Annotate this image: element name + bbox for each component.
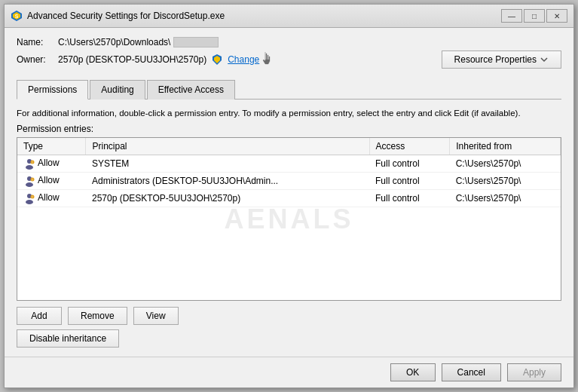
disable-inheritance-button[interactable]: Disable inheritance bbox=[17, 329, 119, 348]
col-header-principal: Principal bbox=[86, 138, 369, 155]
title-bar-left: S Advanced Security Settings for Discord… bbox=[11, 10, 225, 22]
cell-type: ! Allow bbox=[17, 190, 86, 207]
cell-access: Full control bbox=[369, 190, 450, 207]
close-button[interactable]: ✕ bbox=[546, 9, 567, 23]
maximize-button[interactable]: □ bbox=[524, 9, 545, 23]
add-button[interactable]: Add bbox=[17, 307, 62, 325]
title-buttons: — □ ✕ bbox=[501, 9, 567, 23]
remove-button[interactable]: Remove bbox=[68, 307, 127, 325]
tabs-row: Permissions Auditing Effective Access bbox=[17, 79, 561, 100]
change-link[interactable]: Change bbox=[228, 54, 259, 65]
tab-effective-access[interactable]: Effective Access bbox=[147, 80, 235, 100]
permission-table: Type Principal Access Inherited from ! A… bbox=[17, 138, 561, 207]
cell-type: ! Allow bbox=[17, 155, 86, 173]
view-button[interactable]: View bbox=[133, 307, 179, 325]
watermark: AENALS bbox=[224, 204, 353, 235]
name-label: Name: bbox=[17, 37, 58, 47]
ok-button[interactable]: OK bbox=[390, 363, 436, 381]
action-buttons: Add Remove View bbox=[17, 307, 561, 325]
tab-auditing[interactable]: Auditing bbox=[90, 80, 145, 100]
cell-principal: SYSTEM bbox=[86, 155, 369, 173]
svg-text:S: S bbox=[15, 14, 19, 19]
cell-inherited: C:\Users\2570p\ bbox=[450, 155, 561, 173]
svg-point-10 bbox=[26, 182, 33, 187]
table-row[interactable]: ! AllowAdministrators (DESKTOP-5UU3JOH\A… bbox=[17, 173, 561, 190]
title-bar: S Advanced Security Settings for Discord… bbox=[5, 5, 573, 28]
description-text: For additional information, double-click… bbox=[17, 107, 561, 119]
owner-value: 2570p (DESKTOP-5UU3JOH\2570p) bbox=[58, 54, 206, 65]
cell-type: ! Allow bbox=[17, 173, 86, 190]
svg-text:!: ! bbox=[32, 161, 32, 164]
cancel-button[interactable]: Cancel bbox=[442, 363, 501, 381]
col-header-type: Type bbox=[17, 138, 86, 155]
cell-inherited: C:\Users\2570p\ bbox=[450, 190, 561, 207]
resource-properties-button[interactable]: Resource Properties bbox=[442, 51, 561, 69]
cursor-icon bbox=[261, 52, 273, 67]
tab-permissions[interactable]: Permissions bbox=[17, 80, 88, 100]
window-icon: S bbox=[11, 10, 23, 22]
svg-point-14 bbox=[26, 200, 33, 204]
user-icon: ! bbox=[23, 175, 35, 187]
cell-principal: Administrators (DESKTOP-5UU3JOH\Admin... bbox=[86, 173, 369, 190]
col-header-access: Access bbox=[369, 138, 450, 155]
owner-row: Owner: 2570p (DESKTOP-5UU3JOH\2570p) Cha… bbox=[17, 51, 561, 69]
col-header-inherited: Inherited from bbox=[450, 138, 561, 155]
content-area: Name: C:\Users\2570p\Downloads\ Owner: 2… bbox=[5, 28, 573, 357]
name-redacted bbox=[173, 37, 219, 47]
cell-principal: 2570p (DESKTOP-5UU3JOH\2570p) bbox=[86, 190, 369, 207]
shield-icon bbox=[211, 54, 223, 66]
table-row[interactable]: ! Allow2570p (DESKTOP-5UU3JOH\2570p)Full… bbox=[17, 190, 561, 207]
cell-inherited: C:\Users\2570p\ bbox=[450, 173, 561, 190]
inheritance-row: Disable inheritance bbox=[17, 329, 561, 348]
perm-entries-label: Permission entries: bbox=[17, 124, 561, 134]
resource-properties-section: Resource Properties bbox=[442, 51, 561, 69]
apply-button[interactable]: Apply bbox=[507, 363, 561, 381]
svg-text:!: ! bbox=[32, 195, 32, 199]
name-value: C:\Users\2570p\Downloads\ bbox=[58, 37, 170, 47]
owner-label: Owner: bbox=[17, 54, 58, 65]
cell-access: Full control bbox=[369, 173, 450, 190]
footer: OK Cancel Apply bbox=[5, 357, 573, 387]
user-icon: ! bbox=[23, 158, 35, 170]
cell-access: Full control bbox=[369, 155, 450, 173]
main-window: S Advanced Security Settings for Discord… bbox=[4, 4, 574, 388]
minimize-button[interactable]: — bbox=[501, 9, 522, 23]
chevron-down-icon bbox=[540, 55, 549, 64]
window-title: Advanced Security Settings for DiscordSe… bbox=[27, 11, 225, 21]
table-row[interactable]: ! AllowSYSTEMFull controlC:\Users\2570p\ bbox=[17, 155, 561, 173]
svg-text:!: ! bbox=[32, 178, 32, 182]
name-row: Name: C:\Users\2570p\Downloads\ bbox=[17, 37, 561, 47]
user-icon: ! bbox=[23, 192, 35, 204]
permission-table-wrapper: AENALS Type Principal Access Inherited f… bbox=[17, 137, 561, 301]
svg-point-6 bbox=[26, 165, 33, 170]
